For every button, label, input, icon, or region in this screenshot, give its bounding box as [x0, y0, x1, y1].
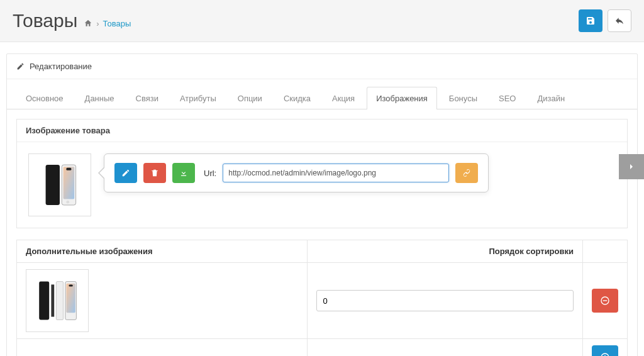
main-image-heading: Изображение товара	[17, 120, 627, 142]
save-button[interactable]	[579, 9, 602, 32]
sort-order-input[interactable]	[316, 290, 574, 311]
delete-image-button[interactable]	[143, 163, 166, 183]
side-panel-toggle[interactable]	[619, 154, 644, 179]
chevron-right-icon	[628, 161, 635, 172]
tab-seo[interactable]: SEO	[489, 87, 525, 109]
product-image-icon	[35, 160, 85, 210]
edit-panel: Редактирование Основное Данные Связи Атр…	[6, 53, 638, 356]
additional-images-table: Дополнительные изображения Порядок сорти…	[16, 240, 628, 356]
link-button[interactable]	[455, 163, 478, 183]
pencil-icon	[121, 169, 130, 177]
tab-special[interactable]: Акция	[323, 87, 364, 109]
home-icon[interactable]	[84, 19, 92, 28]
product-image-icon	[32, 275, 82, 326]
cell-remove	[583, 263, 628, 339]
download-icon	[179, 169, 188, 177]
page-title: Товары	[13, 10, 77, 31]
trash-icon	[150, 169, 159, 177]
main-image-row: Url:	[17, 142, 627, 228]
cell-empty	[307, 339, 582, 357]
plus-circle-icon	[600, 352, 610, 356]
remove-row-button[interactable]	[592, 289, 618, 313]
cell-empty	[17, 339, 308, 357]
svg-rect-5	[39, 282, 49, 320]
col-sort: Порядок сортировки	[307, 240, 582, 263]
svg-rect-0	[46, 165, 60, 205]
panel-heading: Редактирование	[7, 54, 637, 79]
table-row	[17, 263, 628, 339]
panel-heading-text: Редактирование	[30, 62, 92, 71]
svg-rect-2	[64, 167, 75, 199]
reply-icon	[614, 16, 625, 26]
image-popover: Url:	[104, 153, 489, 192]
tab-image[interactable]: Изображения	[367, 87, 437, 109]
tab-general[interactable]: Основное	[16, 87, 73, 109]
cell-sort	[307, 263, 582, 339]
link-icon	[462, 169, 471, 177]
page-header: Товары › Товары	[0, 0, 644, 42]
svg-rect-7	[56, 282, 63, 320]
table-row-add	[17, 339, 628, 357]
header-actions	[579, 9, 631, 32]
pencil-icon	[16, 62, 25, 70]
tabs: Основное Данные Связи Атрибуты Опции Ски…	[7, 79, 637, 109]
svg-point-4	[66, 201, 69, 204]
svg-rect-12	[603, 300, 608, 301]
svg-rect-6	[51, 284, 54, 316]
tab-option[interactable]: Опции	[228, 87, 272, 109]
breadcrumb-link-products[interactable]: Товары	[103, 19, 131, 28]
tab-design[interactable]: Дизайн	[528, 87, 574, 109]
tab-links[interactable]: Связи	[126, 87, 168, 109]
tab-data[interactable]: Данные	[75, 87, 124, 109]
main-image-panel: Изображение товара	[16, 119, 628, 228]
header-left: Товары › Товары	[13, 10, 131, 31]
additional-image-thumb[interactable]	[26, 269, 89, 332]
url-label: Url:	[204, 169, 216, 178]
cell-add	[583, 339, 628, 357]
col-actions	[583, 240, 628, 263]
col-images: Дополнительные изображения	[17, 240, 308, 263]
download-image-button[interactable]	[172, 163, 195, 183]
back-button[interactable]	[608, 9, 631, 32]
breadcrumb: › Товары	[84, 19, 131, 28]
edit-image-button[interactable]	[114, 163, 137, 183]
minus-circle-icon	[600, 296, 610, 306]
main-image-thumb[interactable]	[28, 153, 91, 216]
tab-reward[interactable]: Бонусы	[440, 87, 487, 109]
cell-thumb	[17, 263, 308, 339]
breadcrumb-separator: ›	[96, 19, 99, 28]
tab-discount[interactable]: Скидка	[274, 87, 320, 109]
svg-rect-9	[66, 284, 75, 313]
svg-rect-10	[69, 284, 72, 286]
tab-content: Изображение товара	[7, 109, 637, 356]
tab-attribute[interactable]: Атрибуты	[170, 87, 226, 109]
save-icon	[586, 16, 596, 26]
add-row-button[interactable]	[592, 345, 618, 356]
url-input[interactable]	[223, 164, 449, 182]
svg-rect-3	[66, 168, 71, 170]
